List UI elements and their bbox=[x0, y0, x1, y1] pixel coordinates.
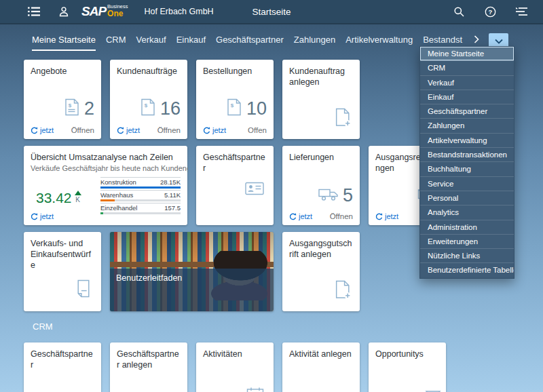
tile-title: Geschäftspartner bbox=[196, 146, 274, 174]
refresh-link[interactable]: jetzt bbox=[31, 212, 54, 220]
tile-subtitle: Verkäufe Geschäftsjahr bis heute nach Ku… bbox=[24, 163, 187, 172]
menu-item-bestandstransaktionen[interactable]: Bestandstransaktionen bbox=[420, 148, 514, 162]
page-title: Startseite bbox=[252, 7, 291, 17]
sap-business-one-logo: SAP Business One bbox=[81, 4, 128, 19]
tile-count: 5 bbox=[343, 187, 353, 205]
tile-geschaeftspartner[interactable]: Geschäftspartner bbox=[196, 146, 274, 225]
tile-title: Verkaufs- und Einkaufsentwürfe bbox=[24, 232, 101, 271]
svg-text:$: $ bbox=[69, 102, 72, 109]
tab-einkauf[interactable]: Einkauf bbox=[176, 24, 206, 58]
sales-document-icon: $ bbox=[226, 98, 242, 119]
notifications-icon[interactable] bbox=[513, 3, 529, 20]
tile-title: Geschäftspartner anlegen bbox=[110, 342, 187, 370]
logo-sap-text: SAP bbox=[81, 4, 106, 19]
tile-title: Ausgangsgutschrift anlegen bbox=[282, 232, 360, 260]
tab-artikelverwaltung[interactable]: Artikelverwaltung bbox=[345, 24, 413, 58]
sales-document-icon: $ bbox=[140, 98, 156, 119]
sap-b1-home-screen: SAP Business One Hof Erbach GmbH Startse… bbox=[0, 0, 543, 392]
tile-lieferungen[interactable]: Lieferungen 5 jetzt Öffnen bbox=[282, 146, 360, 225]
menu-item-artikelverwaltung[interactable]: Artikelverwaltung bbox=[420, 134, 514, 148]
kpi-unit: K bbox=[75, 197, 80, 203]
tile-title: Aktivität anlegen bbox=[282, 342, 360, 359]
menu-item-erweiterungen[interactable]: Erweiterungen bbox=[420, 235, 514, 249]
tile-title: Angebote bbox=[24, 60, 101, 77]
svg-text:$: $ bbox=[145, 102, 148, 109]
section-dropdown-menu: Meine Startseite CRM Verkauf Einkauf Ges… bbox=[419, 46, 514, 279]
tab-zahlungen[interactable]: Zahlungen bbox=[294, 24, 335, 58]
tile-title: Kundenauftrag anlegen bbox=[282, 60, 360, 87]
business-card-icon bbox=[245, 182, 264, 198]
tile-ausgangsgutschrift-anlegen[interactable]: Ausgangsgutschrift anlegen bbox=[282, 232, 360, 311]
create-document-icon bbox=[334, 280, 352, 302]
menu-item-meine-startseite[interactable]: Meine Startseite bbox=[420, 47, 514, 61]
tab-crm[interactable]: CRM bbox=[106, 24, 126, 58]
svg-text:$: $ bbox=[231, 102, 234, 109]
image-tile-overlay: Benutzerleitfaden bbox=[110, 269, 274, 311]
section-header-crm: CRM bbox=[33, 321, 53, 332]
menu-item-analytics[interactable]: Analytics bbox=[420, 205, 514, 220]
calendar-icon bbox=[246, 387, 264, 392]
tile-kundenauftrag-anlegen[interactable]: Kundenauftrag anlegen bbox=[282, 60, 360, 139]
menu-item-administration[interactable]: Administration bbox=[420, 220, 514, 235]
tile-title: Übersicht Umsatzanalyse nach Zeilen bbox=[24, 146, 187, 163]
tile-bestellungen[interactable]: Bestellungen $ 10 jetzt Offen bbox=[196, 60, 274, 139]
tab-meine-startseite[interactable]: Meine Startseite bbox=[32, 24, 96, 58]
refresh-link[interactable]: jetzt bbox=[31, 126, 54, 134]
tile-angebote[interactable]: Angebote $ 2 jetzt Öffnen bbox=[24, 60, 101, 139]
tab-verkauf[interactable]: Verkauf bbox=[136, 24, 166, 58]
sales-document-icon: $ bbox=[64, 98, 80, 119]
list-menu-icon[interactable] bbox=[26, 3, 42, 20]
open-link[interactable]: Öffnen bbox=[71, 126, 94, 134]
chart-row: Warenhaus5.11K bbox=[100, 190, 181, 203]
tile-title: Bestellungen bbox=[196, 60, 274, 77]
content-area: Meine Startseite CRM Verkauf Einkauf Ges… bbox=[0, 24, 543, 392]
refresh-link[interactable]: jetzt bbox=[117, 126, 140, 134]
tile-title: Geschäftspartner bbox=[24, 342, 101, 370]
open-link[interactable]: Öffnen bbox=[330, 212, 353, 220]
kpi-value: 33.42 bbox=[36, 191, 72, 205]
draft-document-icon bbox=[75, 279, 92, 300]
menu-item-crm[interactable]: CRM bbox=[420, 61, 514, 75]
tile-umsatzanalyse-chart[interactable]: Übersicht Umsatzanalyse nach Zeilen Verk… bbox=[24, 146, 187, 225]
tile-kundenauftraege[interactable]: Kundenaufträge $ 16 jetzt Öffnen bbox=[110, 60, 187, 139]
menu-item-zahlungen[interactable]: Zahlungen bbox=[420, 119, 514, 133]
truck-icon bbox=[318, 187, 339, 204]
svg-text:?: ? bbox=[488, 7, 492, 15]
menu-item-buchhaltung[interactable]: Buchhaltung bbox=[420, 162, 514, 176]
menu-item-nuetzliche-links[interactable]: Nützliche Links bbox=[420, 249, 514, 263]
company-name: Hof Erbach GmbH bbox=[145, 7, 214, 16]
tile-crm-aktivitaeten[interactable]: Aktivitäten bbox=[196, 342, 274, 392]
refresh-link[interactable]: jetzt bbox=[375, 212, 398, 220]
menu-item-einkauf[interactable]: Einkauf bbox=[420, 90, 514, 104]
tile-count: 10 bbox=[246, 100, 267, 118]
open-link[interactable]: Öffnen bbox=[157, 126, 181, 134]
tile-crm-opportunitys[interactable]: Opportunitys bbox=[369, 342, 446, 392]
menu-item-benutzerdefinierte-tabellen[interactable]: Benutzerdefinierte Tabellen bbox=[420, 263, 514, 277]
menu-item-verkauf[interactable]: Verkauf bbox=[420, 76, 514, 90]
help-icon[interactable]: ? bbox=[482, 3, 498, 20]
tile-verkaufs-einkaufsentwuerfe[interactable]: Verkaufs- und Einkaufsentwürfe bbox=[24, 232, 101, 311]
menu-item-geschaeftspartner[interactable]: Geschäftspartner bbox=[420, 104, 514, 119]
comparison-micro-chart: Konstruktion28.15K Warenhaus5.11K Einzel… bbox=[100, 177, 181, 216]
tab-geschaeftspartner[interactable]: Geschäftspartner bbox=[216, 24, 284, 58]
menu-item-service[interactable]: Service bbox=[420, 177, 514, 191]
refresh-link[interactable]: jetzt bbox=[203, 126, 226, 134]
tile-title: Kundenaufträge bbox=[110, 60, 187, 77]
create-document-icon bbox=[334, 108, 352, 130]
search-icon[interactable] bbox=[451, 3, 467, 20]
tile-title: Lieferungen bbox=[282, 146, 360, 163]
tile-benutzerleitfaden[interactable]: Benutzerleitfaden bbox=[110, 232, 274, 311]
tile-crm-geschaeftspartner[interactable]: Geschäftspartner bbox=[24, 342, 101, 392]
refresh-link[interactable]: jetzt bbox=[289, 212, 312, 220]
kpi-value-block: 33.42 K bbox=[36, 191, 81, 205]
tile-crm-aktivitaet-anlegen[interactable]: Aktivität anlegen bbox=[282, 342, 360, 392]
topbar: SAP Business One Hof Erbach GmbH Startse… bbox=[0, 0, 543, 24]
person-icon[interactable] bbox=[56, 3, 72, 20]
topbar-actions: ? bbox=[451, 3, 529, 20]
chart-row: Konstruktion28.15K bbox=[100, 177, 181, 190]
logo-one-text: One bbox=[107, 9, 128, 18]
tile-count: 2 bbox=[84, 100, 94, 118]
tile-crm-geschaeftspartner-anlegen[interactable]: Geschäftspartner anlegen bbox=[110, 342, 187, 392]
menu-item-personal[interactable]: Personal bbox=[420, 191, 514, 205]
open-link[interactable]: Offen bbox=[248, 126, 267, 134]
